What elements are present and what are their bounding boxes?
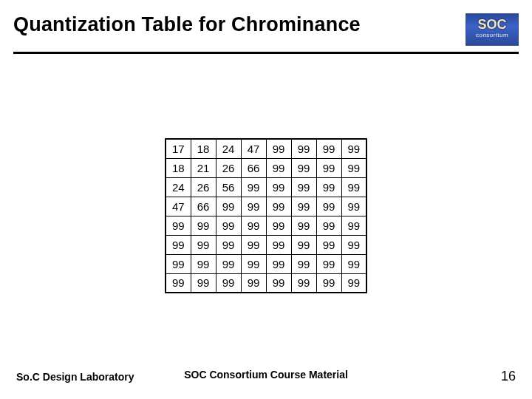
title-rule [13,52,519,54]
table-cell: 99 [291,235,316,254]
table-cell: 99 [216,216,241,235]
table-cell: 66 [241,158,266,177]
page-number: 16 [501,369,516,384]
table-cell: 99 [266,197,291,216]
table-cell: 99 [166,273,191,293]
table-cell: 26 [216,158,241,177]
table-cell: 99 [241,216,266,235]
table-cell: 99 [291,273,316,293]
table-cell: 99 [266,139,291,158]
table-row: 1718244799999999 [166,139,366,158]
table-cell: 99 [316,158,341,177]
table-cell: 99 [241,197,266,216]
table-cell: 99 [241,177,266,197]
table-cell: 99 [341,197,366,216]
logo-text-top: SOC [477,18,506,31]
table-cell: 99 [266,216,291,235]
table-cell: 99 [316,235,341,254]
table-cell: 99 [341,177,366,197]
table-cell: 99 [241,235,266,254]
table-cell: 99 [341,254,366,273]
table-cell: 99 [316,254,341,273]
table-row: 9999999999999999 [166,235,366,254]
table-cell: 99 [266,177,291,197]
footer-left: So.C Design Laboratory [16,371,134,383]
table-cell: 99 [316,139,341,158]
table-cell: 99 [216,254,241,273]
table-cell: 21 [191,158,216,177]
slide-title: Quantization Table for Chrominance [13,13,361,36]
table-cell: 99 [316,177,341,197]
table-cell: 99 [291,177,316,197]
table-cell: 99 [166,216,191,235]
table-row: 2426569999999999 [166,177,366,197]
table-row: 4766999999999999 [166,197,366,216]
table-cell: 99 [191,254,216,273]
table-cell: 99 [191,273,216,293]
table-cell: 99 [341,158,366,177]
table-cell: 47 [241,139,266,158]
table-cell: 99 [191,216,216,235]
table-cell: 99 [166,254,191,273]
footer-center: SOC Consortium Course Material [184,369,348,381]
table-cell: 99 [291,254,316,273]
table-cell: 99 [341,216,366,235]
table-cell: 18 [191,139,216,158]
table-cell: 56 [216,177,241,197]
table-cell: 66 [191,197,216,216]
table-cell: 99 [266,158,291,177]
table-row: 9999999999999999 [166,254,366,273]
table-row: 9999999999999999 [166,216,366,235]
table-cell: 99 [316,216,341,235]
table-cell: 99 [241,254,266,273]
table-cell: 26 [191,177,216,197]
table-cell: 99 [316,273,341,293]
table-cell: 47 [166,197,191,216]
table-cell: 99 [266,235,291,254]
table-cell: 99 [266,254,291,273]
table-cell: 24 [216,139,241,158]
soc-logo: SOC consortium [466,13,519,46]
table-cell: 18 [166,158,191,177]
table-row: 9999999999999999 [166,273,366,293]
table-cell: 99 [191,235,216,254]
table-cell: 99 [341,139,366,158]
logo-text-bottom: consortium [476,33,508,38]
table-cell: 99 [241,273,266,293]
table-cell: 99 [216,235,241,254]
table-cell: 24 [166,177,191,197]
table-cell: 99 [341,273,366,293]
table-cell: 99 [291,139,316,158]
table-cell: 99 [216,197,241,216]
table-cell: 99 [266,273,291,293]
quantization-table: 1718244799999999182126669999999924265699… [165,138,367,293]
table-cell: 99 [316,197,341,216]
table-cell: 99 [291,216,316,235]
table-row: 1821266699999999 [166,158,366,177]
table-cell: 99 [166,235,191,254]
table-cell: 99 [291,158,316,177]
table-cell: 99 [291,197,316,216]
table-cell: 99 [341,235,366,254]
table-cell: 99 [216,273,241,293]
table-cell: 17 [166,139,191,158]
